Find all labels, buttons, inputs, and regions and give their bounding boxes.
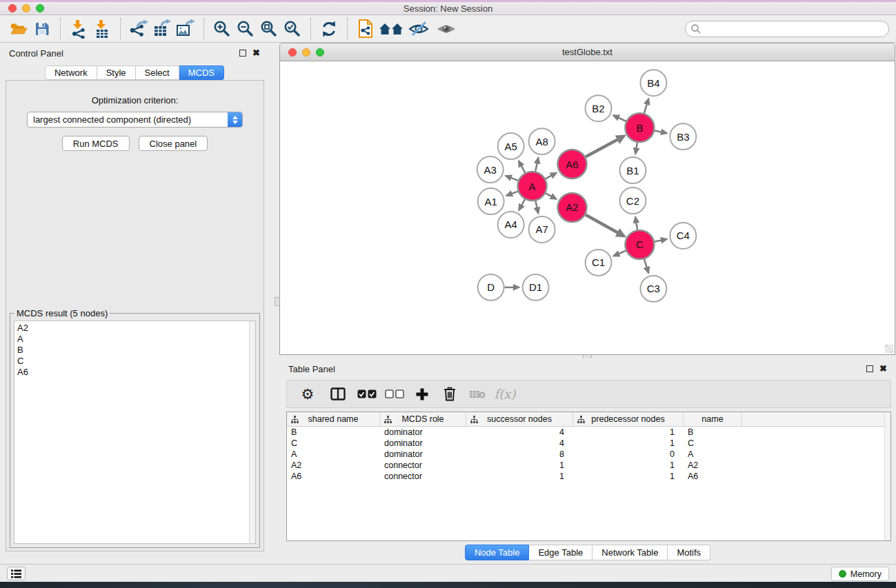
export-table-icon[interactable] (150, 17, 174, 41)
mcds-result-item[interactable]: A6 (17, 367, 255, 378)
resize-grip-icon[interactable] (885, 345, 893, 353)
table-row[interactable]: A6connector11A6 (287, 471, 890, 482)
mcds-result-item[interactable]: A2 (17, 323, 255, 334)
table-cell[interactable]: 1 (466, 472, 573, 481)
graph-edge-B-B3[interactable] (655, 131, 667, 134)
table-float-panel-icon[interactable] (866, 365, 873, 372)
open-folder-icon[interactable] (7, 17, 30, 41)
table-cell[interactable]: 0 (573, 449, 684, 459)
table-cell[interactable]: B (684, 427, 742, 437)
tab-edge-table[interactable]: Edge Table (529, 545, 593, 560)
tab-select[interactable]: Select (136, 65, 179, 80)
select-all-checkboxes-icon[interactable] (355, 383, 379, 406)
split-columns-icon[interactable] (326, 383, 350, 406)
save-icon[interactable] (30, 17, 54, 41)
zoom-in-icon[interactable] (210, 17, 234, 41)
graph-edge-C-C2[interactable] (635, 217, 637, 230)
window-titlebar[interactable]: Session: New Session (0, 2, 896, 15)
export-image-icon[interactable] (174, 17, 197, 41)
table-row[interactable]: Bdominator41B (287, 427, 890, 438)
run-mcds-button[interactable]: Run MCDS (62, 136, 130, 151)
table-cell[interactable]: C (684, 438, 742, 448)
graph-edge-A-A4[interactable] (519, 199, 525, 210)
table-row[interactable]: A2connector11A2 (287, 460, 890, 471)
gear-icon[interactable]: ⚙ (295, 383, 320, 406)
export-network-icon[interactable] (127, 17, 150, 41)
network-close-button[interactable] (288, 48, 297, 57)
zoom-window-button[interactable] (36, 4, 44, 12)
refresh-icon[interactable] (317, 17, 341, 41)
graph-edge-A2-C[interactable] (586, 215, 624, 236)
houses-icon[interactable] (377, 17, 405, 41)
mcds-result-item[interactable]: C (17, 356, 255, 367)
graph-edge-A-A8[interactable] (535, 158, 538, 172)
delete-table-icon[interactable] (465, 383, 490, 406)
task-history-button[interactable] (7, 567, 26, 580)
table-cell[interactable]: connector (380, 472, 466, 481)
table-row[interactable]: Adominator80A (287, 449, 890, 460)
show-eye-icon[interactable] (432, 17, 460, 41)
delete-row-icon[interactable] (437, 383, 462, 406)
graph-edge-A6-B[interactable] (586, 136, 624, 157)
zoom-fit-icon[interactable] (257, 17, 281, 41)
graph-edge-A-A3[interactable] (506, 176, 518, 181)
graph-edge-A-A2[interactable] (546, 193, 557, 199)
column-header-name[interactable]: name (684, 412, 742, 426)
graph-edge-A-A6[interactable] (546, 173, 557, 179)
table-cell[interactable]: dominator (380, 449, 466, 459)
clone-network-icon[interactable] (354, 17, 377, 41)
table-cell[interactable]: B (287, 427, 380, 437)
table-cell[interactable]: 1 (573, 460, 684, 470)
mcds-result-item[interactable]: B (17, 345, 255, 356)
search-field[interactable] (685, 21, 889, 37)
table-cell[interactable]: connector (380, 460, 466, 470)
zoom-selected-icon[interactable] (281, 17, 304, 41)
graph-edge-A-A5[interactable] (519, 161, 525, 172)
table-cell[interactable]: A6 (684, 472, 742, 481)
table-cell[interactable]: dominator (380, 438, 466, 448)
network-window-titlebar[interactable]: testGlobe.txt (279, 43, 895, 61)
graph-edge-C-C1[interactable] (613, 251, 626, 256)
column-header-MCDS-role[interactable]: MCDS role (380, 412, 466, 426)
table-cell[interactable]: 1 (573, 427, 684, 437)
tab-motifs[interactable]: Motifs (668, 545, 710, 560)
table-cell[interactable]: A6 (287, 472, 380, 481)
table-cell[interactable]: dominator (380, 427, 466, 437)
table-cell[interactable]: 1 (573, 438, 684, 448)
graph-edge-A-A7[interactable] (535, 201, 538, 214)
graph-edge-C-C4[interactable] (655, 239, 667, 242)
table-cell[interactable]: 4 (466, 427, 573, 437)
tab-mcds[interactable]: MCDS (179, 65, 224, 80)
search-input[interactable] (701, 22, 888, 36)
hide-eye-icon[interactable] (405, 17, 432, 41)
column-header-shared-name[interactable]: shared name (287, 412, 380, 426)
minimize-window-button[interactable] (22, 4, 30, 12)
table-cell[interactable]: 1 (466, 460, 573, 470)
network-graph[interactable]: B4B2BB3A5A8A6A3AB1A1C2A2A4A7C4CC1C3DD1 (280, 61, 895, 354)
network-zoom-button[interactable] (316, 48, 324, 57)
tab-network[interactable]: Network (45, 65, 97, 80)
table-close-panel-icon[interactable]: ✖ (879, 365, 887, 372)
graph-edge-B-B2[interactable] (613, 115, 626, 121)
graph-edge-A-A1[interactable] (506, 192, 518, 196)
network-canvas[interactable]: B4B2BB3A5A8A6A3AB1A1C2A2A4A7C4CC1C3DD1 (279, 61, 895, 355)
table-cell[interactable]: C (287, 438, 380, 448)
network-minimize-button[interactable] (302, 48, 310, 57)
mcds-result-list-box[interactable]: A2ABCA6 (14, 321, 256, 544)
import-network-icon[interactable] (67, 17, 90, 41)
column-header-predecessor-nodes[interactable]: predecessor nodes (573, 412, 684, 426)
deselect-checkboxes-icon[interactable] (382, 383, 407, 406)
add-row-icon[interactable] (410, 383, 435, 406)
node-table[interactable]: shared nameMCDS rolesuccessor nodesprede… (286, 412, 891, 541)
mcds-result-item[interactable]: A (17, 334, 255, 345)
result-scrollbar[interactable] (249, 321, 255, 543)
float-panel-icon[interactable] (239, 50, 246, 57)
tab-node-table[interactable]: Node Table (465, 545, 530, 560)
function-builder-icon[interactable]: f(x) (492, 383, 517, 406)
tab-network-table[interactable]: Network Table (593, 545, 668, 560)
table-cell[interactable]: A (287, 449, 380, 459)
table-cell[interactable]: A2 (287, 460, 380, 470)
table-cell[interactable]: A2 (684, 460, 742, 470)
table-cell[interactable]: 4 (466, 438, 573, 448)
column-header-successor-nodes[interactable]: successor nodes (466, 412, 573, 426)
